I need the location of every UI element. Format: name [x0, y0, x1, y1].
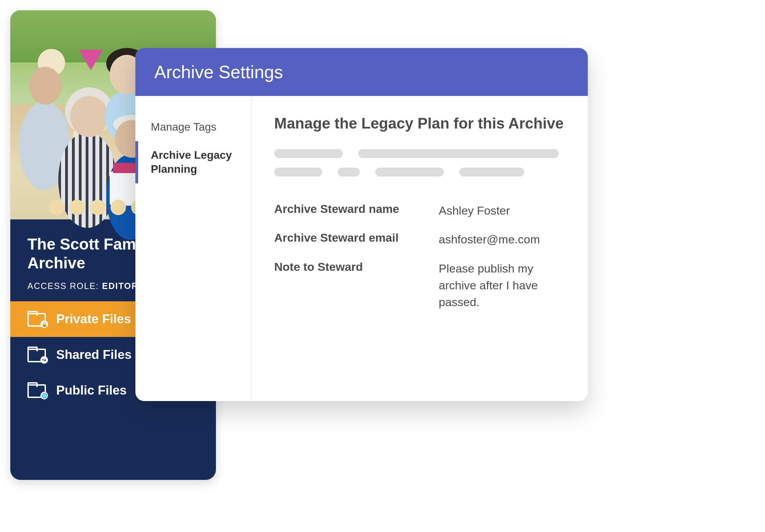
field-steward-note: Note to Steward Please publish my archiv…: [274, 260, 566, 311]
modal-content: Manage the Legacy Plan for this Archive …: [252, 96, 588, 401]
legacy-plan-heading: Manage the Legacy Plan for this Archive: [274, 115, 566, 132]
field-value[interactable]: ashfoster@me.com: [439, 231, 566, 248]
modal-nav-legacy-planning[interactable]: Archive Legacy Planning: [135, 141, 252, 183]
field-value[interactable]: Please publish my archive after I have p…: [439, 260, 566, 311]
modal-header: Archive Settings: [135, 48, 588, 96]
lock-badge-icon: 🔒: [40, 321, 48, 328]
field-steward-name: Archive Steward name Ashley Foster: [274, 202, 566, 219]
sidebar-item-label: Private Files: [56, 312, 131, 326]
field-value[interactable]: Ashley Foster: [439, 202, 566, 219]
folder-share-icon: ↪: [27, 347, 46, 362]
placeholder-text-row: [274, 168, 566, 177]
access-role-label: ACCESS ROLE:: [27, 281, 99, 291]
modal-nav-manage-tags[interactable]: Manage Tags: [135, 113, 252, 141]
field-label: Note to Steward: [274, 260, 439, 311]
share-badge-icon: ↪: [40, 356, 48, 364]
modal-title: Archive Settings: [154, 62, 283, 82]
sidebar-item-label: Public Files: [56, 383, 127, 398]
folder-globe-icon: 🌐: [27, 383, 46, 398]
field-steward-email: Archive Steward email ashfoster@me.com: [274, 231, 566, 248]
folder-lock-icon: 🔒: [27, 312, 46, 327]
access-role-value: EDITOR: [102, 281, 138, 291]
field-label: Archive Steward email: [274, 231, 439, 248]
archive-settings-modal: Archive Settings Manage Tags Archive Leg…: [135, 48, 588, 401]
legacy-plan-fields: Archive Steward name Ashley Foster Archi…: [274, 202, 566, 311]
modal-nav: Manage Tags Archive Legacy Planning: [135, 96, 252, 401]
globe-badge-icon: 🌐: [40, 392, 48, 399]
field-label: Archive Steward name: [274, 202, 439, 219]
placeholder-text-row: [274, 149, 566, 158]
sidebar-item-label: Shared Files: [56, 348, 132, 362]
